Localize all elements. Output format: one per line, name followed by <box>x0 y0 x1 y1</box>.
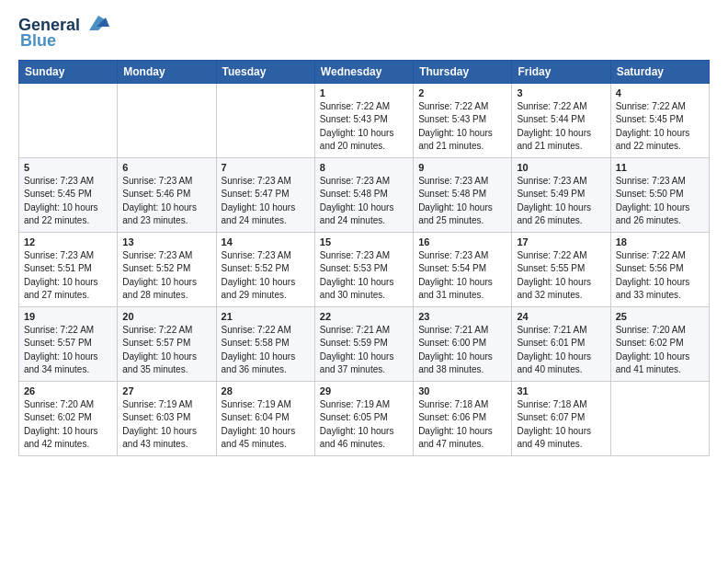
day-number: 21 <box>222 311 310 322</box>
day-number: 15 <box>320 236 408 247</box>
day-number: 10 <box>517 162 605 173</box>
weekday-header-thursday: Thursday <box>414 60 512 83</box>
day-info: Sunrise: 7:19 AM Sunset: 6:04 PM Dayligh… <box>222 398 310 452</box>
calendar-cell: 17Sunrise: 7:22 AM Sunset: 5:55 PM Dayli… <box>512 232 610 306</box>
day-info: Sunrise: 7:22 AM Sunset: 5:43 PM Dayligh… <box>320 100 408 154</box>
calendar-cell: 9Sunrise: 7:23 AM Sunset: 5:48 PM Daylig… <box>414 157 512 232</box>
day-info: Sunrise: 7:22 AM Sunset: 5:58 PM Dayligh… <box>222 324 310 377</box>
calendar-cell: 3Sunrise: 7:22 AM Sunset: 5:44 PM Daylig… <box>512 83 610 157</box>
day-info: Sunrise: 7:23 AM Sunset: 5:45 PM Dayligh… <box>24 175 112 228</box>
day-number: 11 <box>616 162 704 173</box>
weekday-header-friday: Friday <box>512 60 610 83</box>
day-info: Sunrise: 7:23 AM Sunset: 5:47 PM Dayligh… <box>222 175 310 228</box>
day-info: Sunrise: 7:22 AM Sunset: 5:44 PM Dayligh… <box>517 100 605 154</box>
day-number: 23 <box>418 311 506 322</box>
calendar-cell: 28Sunrise: 7:19 AM Sunset: 6:04 PM Dayli… <box>216 381 314 455</box>
calendar-cell: 2Sunrise: 7:22 AM Sunset: 5:43 PM Daylig… <box>414 83 512 157</box>
calendar-cell: 23Sunrise: 7:21 AM Sunset: 6:00 PM Dayli… <box>414 306 512 381</box>
day-info: Sunrise: 7:18 AM Sunset: 6:07 PM Dayligh… <box>517 398 605 452</box>
day-number: 31 <box>517 385 605 396</box>
week-row-2: 5Sunrise: 7:23 AM Sunset: 5:45 PM Daylig… <box>19 157 710 232</box>
calendar-cell: 4Sunrise: 7:22 AM Sunset: 5:45 PM Daylig… <box>610 83 709 157</box>
day-info: Sunrise: 7:22 AM Sunset: 5:55 PM Dayligh… <box>517 249 605 303</box>
calendar: SundayMondayTuesdayWednesdayThursdayFrid… <box>18 60 710 456</box>
calendar-cell: 29Sunrise: 7:19 AM Sunset: 6:05 PM Dayli… <box>314 381 413 455</box>
calendar-cell: 21Sunrise: 7:22 AM Sunset: 5:58 PM Dayli… <box>216 306 314 381</box>
day-number: 20 <box>122 311 210 322</box>
calendar-cell: 12Sunrise: 7:23 AM Sunset: 5:51 PM Dayli… <box>19 232 118 306</box>
calendar-cell: 24Sunrise: 7:21 AM Sunset: 6:01 PM Dayli… <box>512 306 610 381</box>
day-info: Sunrise: 7:23 AM Sunset: 5:51 PM Dayligh… <box>24 249 112 303</box>
day-number: 6 <box>122 162 210 173</box>
day-info: Sunrise: 7:20 AM Sunset: 6:02 PM Dayligh… <box>24 398 112 452</box>
day-number: 7 <box>222 162 310 173</box>
day-number: 17 <box>517 236 605 247</box>
calendar-cell: 30Sunrise: 7:18 AM Sunset: 6:06 PM Dayli… <box>414 381 512 455</box>
calendar-cell: 25Sunrise: 7:20 AM Sunset: 6:02 PM Dayli… <box>610 306 709 381</box>
day-number: 16 <box>418 236 506 247</box>
day-number: 25 <box>616 311 704 322</box>
logo-blue: Blue <box>20 31 56 51</box>
day-info: Sunrise: 7:22 AM Sunset: 5:45 PM Dayligh… <box>616 100 704 154</box>
day-info: Sunrise: 7:23 AM Sunset: 5:50 PM Dayligh… <box>616 175 704 228</box>
week-row-3: 12Sunrise: 7:23 AM Sunset: 5:51 PM Dayli… <box>19 232 710 306</box>
day-number: 18 <box>616 236 704 247</box>
calendar-cell <box>19 83 118 157</box>
calendar-cell: 5Sunrise: 7:23 AM Sunset: 5:45 PM Daylig… <box>19 157 118 232</box>
calendar-cell: 6Sunrise: 7:23 AM Sunset: 5:46 PM Daylig… <box>118 157 216 232</box>
day-info: Sunrise: 7:22 AM Sunset: 5:57 PM Dayligh… <box>24 324 112 377</box>
calendar-cell <box>216 83 314 157</box>
day-number: 3 <box>517 87 605 98</box>
calendar-cell: 26Sunrise: 7:20 AM Sunset: 6:02 PM Dayli… <box>19 381 118 455</box>
day-info: Sunrise: 7:23 AM Sunset: 5:52 PM Dayligh… <box>222 249 310 303</box>
day-info: Sunrise: 7:22 AM Sunset: 5:57 PM Dayligh… <box>122 324 210 377</box>
day-info: Sunrise: 7:22 AM Sunset: 5:56 PM Dayligh… <box>616 249 704 303</box>
day-info: Sunrise: 7:21 AM Sunset: 5:59 PM Dayligh… <box>320 324 408 377</box>
day-info: Sunrise: 7:23 AM Sunset: 5:48 PM Dayligh… <box>320 175 408 228</box>
calendar-cell: 18Sunrise: 7:22 AM Sunset: 5:56 PM Dayli… <box>610 232 709 306</box>
day-number: 4 <box>616 87 704 98</box>
week-row-4: 19Sunrise: 7:22 AM Sunset: 5:57 PM Dayli… <box>19 306 710 381</box>
calendar-cell <box>610 381 709 455</box>
day-info: Sunrise: 7:18 AM Sunset: 6:06 PM Dayligh… <box>418 398 506 452</box>
day-number: 22 <box>320 311 408 322</box>
weekday-header-saturday: Saturday <box>610 60 709 83</box>
day-number: 19 <box>24 311 112 322</box>
day-info: Sunrise: 7:23 AM Sunset: 5:49 PM Dayligh… <box>517 175 605 228</box>
day-number: 5 <box>24 162 112 173</box>
day-info: Sunrise: 7:23 AM Sunset: 5:54 PM Dayligh… <box>418 249 506 303</box>
calendar-cell: 8Sunrise: 7:23 AM Sunset: 5:48 PM Daylig… <box>314 157 413 232</box>
calendar-cell: 19Sunrise: 7:22 AM Sunset: 5:57 PM Dayli… <box>19 306 118 381</box>
day-info: Sunrise: 7:22 AM Sunset: 5:43 PM Dayligh… <box>418 100 506 154</box>
logo-icon <box>82 14 111 34</box>
calendar-cell: 31Sunrise: 7:18 AM Sunset: 6:07 PM Dayli… <box>512 381 610 455</box>
weekday-header-monday: Monday <box>118 60 216 83</box>
calendar-cell: 7Sunrise: 7:23 AM Sunset: 5:47 PM Daylig… <box>216 157 314 232</box>
calendar-cell: 1Sunrise: 7:22 AM Sunset: 5:43 PM Daylig… <box>314 83 413 157</box>
calendar-cell: 16Sunrise: 7:23 AM Sunset: 5:54 PM Dayli… <box>414 232 512 306</box>
day-info: Sunrise: 7:20 AM Sunset: 6:02 PM Dayligh… <box>616 324 704 377</box>
calendar-cell: 11Sunrise: 7:23 AM Sunset: 5:50 PM Dayli… <box>610 157 709 232</box>
calendar-cell: 15Sunrise: 7:23 AM Sunset: 5:53 PM Dayli… <box>314 232 413 306</box>
day-number: 30 <box>418 385 506 396</box>
day-number: 9 <box>418 162 506 173</box>
day-info: Sunrise: 7:23 AM Sunset: 5:53 PM Dayligh… <box>320 249 408 303</box>
week-row-1: 1Sunrise: 7:22 AM Sunset: 5:43 PM Daylig… <box>19 83 710 157</box>
day-info: Sunrise: 7:23 AM Sunset: 5:52 PM Dayligh… <box>122 249 210 303</box>
day-number: 12 <box>24 236 112 247</box>
day-number: 28 <box>222 385 310 396</box>
calendar-cell: 20Sunrise: 7:22 AM Sunset: 5:57 PM Dayli… <box>118 306 216 381</box>
day-info: Sunrise: 7:23 AM Sunset: 5:46 PM Dayligh… <box>122 175 210 228</box>
calendar-cell <box>118 83 216 157</box>
calendar-cell: 10Sunrise: 7:23 AM Sunset: 5:49 PM Dayli… <box>512 157 610 232</box>
day-info: Sunrise: 7:21 AM Sunset: 6:00 PM Dayligh… <box>418 324 506 377</box>
weekday-header-row: SundayMondayTuesdayWednesdayThursdayFrid… <box>19 60 710 83</box>
weekday-header-tuesday: Tuesday <box>216 60 314 83</box>
day-number: 1 <box>320 87 408 98</box>
day-info: Sunrise: 7:19 AM Sunset: 6:03 PM Dayligh… <box>122 398 210 452</box>
day-number: 24 <box>517 311 605 322</box>
calendar-cell: 14Sunrise: 7:23 AM Sunset: 5:52 PM Dayli… <box>216 232 314 306</box>
weekday-header-wednesday: Wednesday <box>314 60 413 83</box>
day-number: 29 <box>320 385 408 396</box>
day-info: Sunrise: 7:19 AM Sunset: 6:05 PM Dayligh… <box>320 398 408 452</box>
